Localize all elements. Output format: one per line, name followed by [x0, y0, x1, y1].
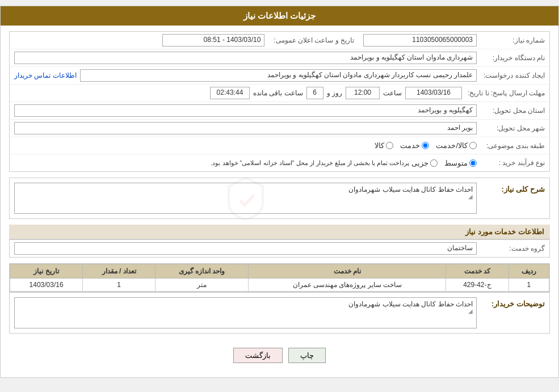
- remaining-value: 02:43:44: [210, 87, 250, 99]
- col-unit: واحد اندازه گیری: [155, 264, 249, 279]
- category-kala-khedmat[interactable]: کالا/خدمت: [436, 141, 477, 150]
- contact-link[interactable]: اطلاعات تماس خریدار: [14, 71, 77, 79]
- purchase-type-radio-group: جزیی متوسط: [411, 159, 477, 167]
- col-service-name: نام خدمت: [249, 264, 446, 279]
- table-row: 1ج-42-429ساخت سایر پروژه‌های مهندسی عمرا…: [10, 279, 549, 292]
- page-header: جزئیات اطلاعات نیاز: [1, 6, 558, 26]
- city-value: بویر احمد: [14, 122, 477, 134]
- need-number-label: شماره نیاز:: [477, 36, 545, 44]
- time-value: 12:00: [346, 87, 380, 99]
- category-kala[interactable]: کالا: [375, 141, 393, 150]
- time-label: ساعت: [383, 89, 402, 97]
- page-title: جزئیات اطلاعات نیاز: [243, 11, 316, 20]
- purchase-jozei[interactable]: جزیی: [411, 159, 438, 167]
- creator-value: علمدار رحیمی نسب کاربردار شهرداری مادوان…: [80, 69, 477, 82]
- purchase-motavasset[interactable]: متوسط: [444, 159, 477, 167]
- deadline-label: مهلت ارسال پاسخ: تا تاریخ:: [462, 89, 545, 97]
- col-need-date: تاریخ نیاز: [10, 264, 83, 279]
- services-section-title: اطلاعات خدمات مورد نیاز: [9, 225, 550, 239]
- resize-icon-2: ◢: [18, 308, 473, 314]
- col-row-num: ردیف: [508, 264, 549, 279]
- city-label: شهر محل تحویل:: [477, 124, 545, 132]
- service-group-value: ساختمان: [14, 242, 477, 255]
- province-value: کهگیلویه و بویراحمد: [14, 104, 477, 117]
- description-section-label: شرح کلی نیاز:: [477, 183, 545, 193]
- announce-date-value: 1403/03/10 - 08:51: [162, 34, 264, 47]
- creator-label: ایجاد کننده درخواست:: [477, 71, 545, 79]
- description-value: احداث حفاظ کانال هدایت سیلاب شهرمادوان: [348, 186, 473, 193]
- service-group-label: گروه خدمت:: [477, 245, 545, 252]
- announce-date-label: تاریخ و ساعت اعلان عمومی:: [268, 36, 360, 44]
- category-label: طبقه بندی موضوعی:: [477, 142, 545, 150]
- buyer-desc-label: توضیحات خریدار:: [477, 297, 545, 308]
- description-box: احداث حفاظ کانال هدایت سیلاب شهرمادوان ◢: [14, 183, 477, 214]
- province-label: استان محل تحویل:: [477, 107, 545, 115]
- col-quantity: تعداد / مقدار: [83, 264, 155, 279]
- category-khedmat[interactable]: خدمت: [400, 141, 429, 150]
- days-label: روز و: [327, 89, 342, 97]
- days-value: 6: [306, 87, 323, 99]
- buyer-org-value: شهرداری مادوان استان کهگیلویه و بویراحمد: [14, 52, 477, 64]
- remaining-label: ساعت باقی مانده: [253, 89, 303, 97]
- need-number-value: 1103050065000003: [363, 34, 477, 47]
- deadline-date-value: 1403/03/16: [405, 87, 462, 99]
- col-service-code: کد خدمت: [446, 264, 508, 279]
- back-button[interactable]: بازگشت: [233, 348, 283, 363]
- purchase-note: پرداخت تمام یا بخشی از مبلغ خریدار از مح…: [14, 159, 409, 167]
- print-button[interactable]: چاپ: [288, 348, 326, 363]
- buyer-desc-box: احداث حفاظ کانال هدایت سیلاب شهرمادوان ◢: [14, 297, 477, 328]
- category-radio-group: کالا خدمت کالا/خدمت: [375, 141, 477, 150]
- buyer-org-label: نام دستگاه خریدار:: [477, 54, 545, 62]
- services-table: ردیف کد خدمت نام خدمت واحد اندازه گیری ت…: [10, 264, 549, 292]
- resize-icon: ◢: [18, 193, 473, 200]
- purchase-type-label: نوع فرآیند خرید :: [477, 159, 545, 167]
- bottom-buttons: چاپ بازگشت: [9, 339, 550, 372]
- buyer-desc-value: احداث حفاظ کانال هدایت سیلاب شهرمادوان: [348, 300, 473, 308]
